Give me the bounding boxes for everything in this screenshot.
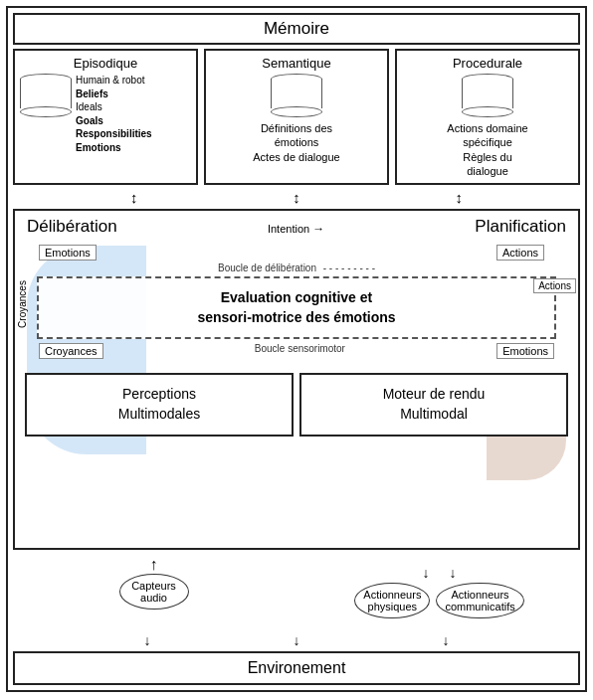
arrow-memory-delib-1: ↕	[130, 190, 138, 205]
intention-arrow-icon: →	[312, 222, 324, 236]
deliberation-title: Délibération	[27, 217, 117, 237]
procedurale-line1: Actions domaine	[402, 121, 573, 135]
perceptions-box: PerceptionsMultimodales	[25, 373, 294, 436]
actions-right-label: Actions	[533, 278, 576, 293]
episodique-title: Episodique	[20, 56, 191, 71]
arrow-down-act-phys: ↓	[423, 565, 430, 581]
arrow-memory-delib-2: ↕	[293, 190, 300, 205]
memoire-box: Mémoire	[13, 13, 580, 45]
semantique-line1: Définitions des	[211, 121, 382, 135]
emotions-top-label: Emotions	[39, 245, 97, 261]
arrow-down-env-1: ↓	[144, 632, 151, 648]
environement-box: Environement	[13, 651, 580, 685]
capteurs-oval: Capteursaudio	[119, 574, 189, 610]
arrow-memory-delib-3: ↕	[456, 190, 464, 205]
moteur-title: Moteur de renduMultimodal	[383, 386, 486, 422]
croyances-left-label: Croyances	[17, 280, 28, 328]
procedurale-title: Procedurale	[402, 56, 573, 71]
evaluation-box: Evaluation cognitive etsensori-motrice d…	[37, 276, 556, 339]
procedurale-line4: dialogue	[402, 164, 573, 178]
boucle-sensorimotor: Boucle sensorimotor	[255, 343, 345, 359]
episodique-responsibilities: Responsibilities	[76, 127, 152, 141]
perceptions-title: PerceptionsMultimodales	[118, 386, 200, 422]
actionneurs-communicatifs-oval: Actionneurscommunicatifs	[436, 583, 523, 618]
croyances-bottom-label: Croyances	[39, 343, 103, 359]
procedurale-box: Procedurale Actions domaine spécifique R…	[395, 49, 580, 185]
boucle-deliberation: Boucle de délibération - - - - - - - - -	[29, 262, 564, 273]
semantique-line3: Actes de dialogue	[211, 150, 382, 164]
episodique-humain: Humain & robot	[76, 74, 152, 88]
episodique-goals: Goals	[76, 114, 152, 128]
emotions-bottom-label: Emotions	[496, 343, 554, 359]
arrow-down-act-comm: ↓	[450, 565, 457, 581]
procedurale-line2: spécifique	[402, 135, 573, 149]
intention-label: Intention	[268, 223, 309, 235]
semantique-box: Semantique Définitions des émotions Acte…	[204, 49, 389, 185]
procedurale-line3: Règles du	[402, 150, 573, 164]
arrow-down-env-2: ↓	[294, 632, 300, 648]
arrow-down-env-3: ↓	[443, 632, 450, 648]
semantique-title: Semantique	[211, 56, 382, 71]
environement-label: Environement	[248, 659, 346, 676]
arrow-up-perceptions: ↑	[150, 556, 158, 574]
actionneurs-physiques-oval: Actionneursphysiques	[354, 583, 430, 618]
episodique-box: Episodique Humain & robot Beliefs Ideals…	[13, 49, 198, 185]
moteur-box: Moteur de renduMultimodal	[299, 373, 568, 436]
actions-top-label: Actions	[496, 245, 544, 261]
episodique-ideals: Ideals	[76, 100, 152, 114]
delib-plan-section: Délibération Intention → Planification E…	[13, 209, 580, 550]
memoire-label: Mémoire	[264, 19, 329, 38]
episodique-emotions: Emotions	[76, 141, 152, 155]
planification-title: Planification	[475, 217, 566, 237]
episodique-beliefs: Beliefs	[76, 88, 152, 101]
evaluation-text: Evaluation cognitive etsensori-motrice d…	[197, 289, 395, 325]
semantique-line2: émotions	[211, 135, 382, 149]
